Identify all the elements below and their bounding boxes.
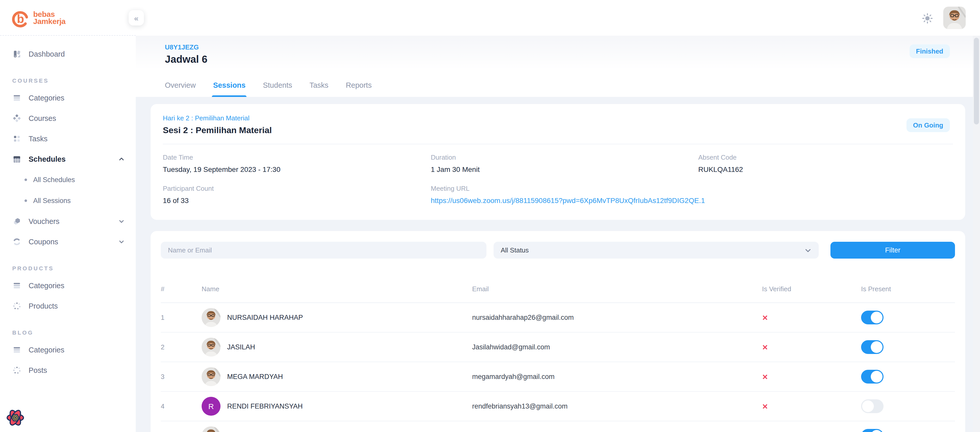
chevron-down-icon [118,218,124,224]
sidebar-item-dashboard[interactable]: Dashboard [0,44,136,64]
field-meeting-url: Meeting URL https://us06web.zoom.us/j/88… [431,185,953,205]
is-present-toggle[interactable] [861,399,883,413]
column-header-email: Email [472,285,762,293]
calendar-icon [12,154,21,164]
participant-avatar-initial: R [202,397,221,416]
tab-tasks[interactable]: Tasks [310,81,328,97]
user-avatar-photo [943,6,966,29]
sidebar-item-label: Schedules [29,155,65,163]
dashboard-icon [12,49,21,59]
participant-email: nursaidahharahap26@gmail.com [472,314,762,321]
field-label: Meeting URL [431,185,953,192]
spinner-dots-icon [12,302,21,311]
field-value: 16 of 33 [163,196,431,205]
bullet-icon [24,178,27,181]
svg-text:b: b [17,12,24,25]
chevron-down-icon [804,246,811,254]
sidebar-item-label: Vouchers [29,217,59,226]
sidebar-item-label: Coupons [29,238,58,246]
filter-bar: All Status Filter [161,231,955,259]
page-scrollbar[interactable] [973,36,980,432]
participant-avatar [202,308,221,327]
sidebar-item-all-sessions[interactable]: All Sessions [0,190,136,211]
sidebar-item-categories-blog[interactable]: Categories [0,340,136,360]
sidebar-item-schedules[interactable]: Schedules [0,149,136,169]
sidebar-item-courses[interactable]: Courses [0,108,136,129]
sun-icon[interactable] [922,13,933,24]
sidebar-item-posts[interactable]: Posts [0,360,136,381]
sidebar-item-products[interactable]: Products [0,296,136,316]
sidebar-item-categories-products[interactable]: Categories [0,275,136,296]
sidebar-item-label: Categories [29,94,64,102]
field-value: RUKLQA1162 [698,165,953,173]
status-select[interactable]: All Status [493,242,819,259]
tab-sessions[interactable]: Sessions [213,81,245,97]
table-row: 3 MEGA MARDYAH megamardyah@gmail.com ✕ [161,362,955,392]
not-verified-icon: ✕ [762,402,861,410]
field-label: Date Time [163,154,431,161]
brand-logo-icon: b [11,7,30,28]
is-present-toggle[interactable] [861,340,883,354]
sidebar-item-label: All Sessions [33,197,71,205]
meeting-url-link[interactable]: https://us06web.zoom.us/j/88115908615?pw… [431,196,953,205]
participants-panel: All Status Filter # Name Email Is Verifi… [151,231,965,432]
brand-logo: b bebas Jamkerja [11,7,65,28]
is-present-toggle[interactable] [861,429,883,432]
divider [163,144,953,145]
is-present-toggle[interactable] [861,311,883,324]
topbar [136,0,980,36]
sidebar-item-label: Dashboard [29,50,65,58]
tab-bar: Overview Sessions Students Tasks Reports [165,81,372,97]
main-area: U8Y1JEZG Jadwal 6 Finished Overview Sess… [136,0,980,432]
sidebar-section-courses: COURSES [0,78,136,84]
tab-reports[interactable]: Reports [346,81,372,97]
list-icon [12,281,21,290]
not-verified-icon: ✕ [762,313,861,322]
filter-button[interactable]: Filter [830,242,955,259]
field-duration: Duration 1 Jam 30 Menit [431,154,698,173]
row-number: 4 [161,402,202,410]
tab-overview[interactable]: Overview [165,81,196,97]
sidebar-item-categories-courses[interactable]: Categories [0,88,136,108]
sidebar-item-coupons[interactable]: Coupons [0,232,136,252]
not-verified-icon: ✕ [762,373,861,381]
sidebar-item-vouchers[interactable]: Vouchers [0,211,136,232]
tab-students[interactable]: Students [263,81,292,97]
search-input[interactable] [161,242,487,259]
participant-name: RENDI FEBRIYANSYAH [227,402,303,410]
session-breadcrumb-link[interactable]: Hari ke 2 : Pemilihan Material [163,114,953,122]
participant-name-cell [202,426,472,432]
brand[interactable]: b bebas Jamkerja [0,0,136,36]
scrollbar-thumb[interactable] [974,38,979,124]
user-avatar[interactable] [943,6,966,29]
schedule-header: U8Y1JEZG Jadwal 6 Finished Overview Sess… [136,36,980,97]
column-header-present: Is Present [861,285,955,293]
session-title: Sesi 2 : Pemilihan Material [163,125,953,136]
participant-name-cell: NURSAIDAH HARAHAP [202,308,472,327]
page-title: Jadwal 6 [136,54,980,65]
chevron-up-icon [118,156,124,162]
field-label: Participant Count [163,185,431,192]
sidebar-item-tasks[interactable]: Tasks [0,129,136,149]
bullet-icon [24,199,27,202]
participant-name: JASILAH [227,343,255,351]
row-number: 1 [161,314,202,321]
chevron-down-icon [118,239,124,245]
is-present-toggle[interactable] [861,370,883,384]
hexagon-icon [12,217,21,226]
schedule-code-link[interactable]: U8Y1JEZG [136,36,980,51]
participant-email: Jasilahwidad@gmail.com [472,343,762,351]
status-select-value: All Status [501,246,529,254]
participant-email: rendfebriansyah13@gmail.com [472,402,762,410]
sidebar-item-all-schedules[interactable]: All Schedules [0,169,136,190]
dev-flower-icon[interactable] [5,408,25,428]
table-row: 4 R RENDI FEBRIYANSYAH rendfebriansyah13… [161,392,955,421]
sidebar-collapse-button[interactable]: « [129,10,144,25]
field-label: Absent Code [698,154,953,161]
field-value: Tuesday, 19 September 2023 - 17:30 [163,165,431,173]
main-body: Hari ke 2 : Pemilihan Material Sesi 2 : … [136,97,980,432]
sidebar-item-label: Products [29,302,58,310]
field-absent-code: Absent Code RUKLQA1162 [698,154,953,173]
participant-name: NURSAIDAH HARAHAP [227,314,303,321]
field-participant-count: Participant Count 16 of 33 [163,185,431,205]
